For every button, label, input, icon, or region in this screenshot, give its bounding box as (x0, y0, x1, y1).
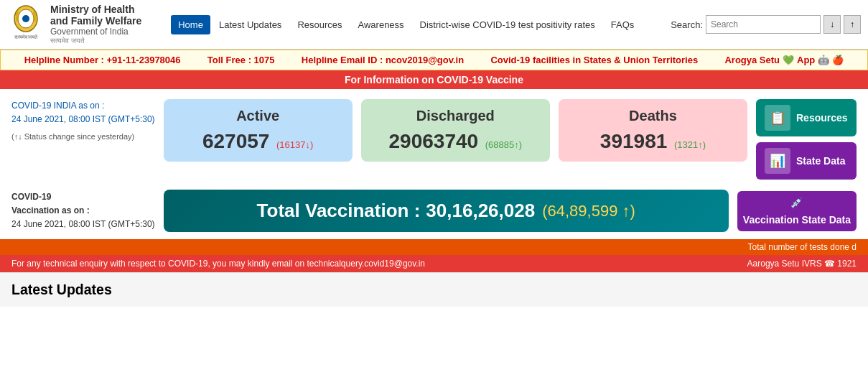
android-icon: 🤖 (818, 55, 829, 65)
search-down-button[interactable]: ↓ (823, 15, 841, 34)
vaccine-banner-text: For Information on COVID-19 Vaccine (345, 74, 523, 85)
right-buttons: 📋 Resources 📊 State Data (756, 99, 857, 180)
nav-resources[interactable]: Resources (290, 15, 349, 34)
svg-rect-5 (33, 11, 36, 22)
vacc-state-label: Vaccination State Data (743, 214, 851, 226)
stats-cards: Active 627057 (16137↓) Discharged 290637… (164, 99, 747, 162)
header-left: सत्यमेव जयते Ministry of Health and Fami… (7, 3, 141, 46)
state-data-icon: 📊 (765, 148, 790, 174)
vacc-number: 30,16,26,028 (426, 200, 535, 222)
svg-point-2 (22, 15, 29, 22)
discharged-change: (68885↑) (485, 139, 522, 150)
email-info: Helpline Email ID : ncov2019@gov.in (302, 55, 464, 65)
arogya-label: Arogya Setu (724, 55, 780, 65)
main-nav: Home Latest Updates Resources Awareness … (171, 15, 641, 34)
deaths-card: Deaths 391981 (1321↑) (559, 99, 747, 162)
heart-icon: 💚 (783, 55, 794, 65)
nav-latest-updates[interactable]: Latest Updates (212, 15, 289, 34)
tech-bar: For any technical enquiry with respect t… (0, 255, 868, 272)
vaccination-state-data-button[interactable]: 💉 Vaccination State Data (737, 191, 857, 231)
title-line3: Government of India (50, 27, 141, 37)
toll-free-info: Toll Free : 1075 (207, 55, 275, 65)
search-input[interactable] (706, 15, 821, 34)
active-card: Active 627057 (16137↓) (164, 99, 353, 162)
nav-home[interactable]: Home (171, 15, 210, 34)
vacc-section-inner: COVID-19Vaccination as on : 24 June 2021… (11, 190, 857, 232)
covid-date-label: COVID-19 INDIA as on : (11, 99, 155, 113)
title-line1: Ministry of Health (50, 4, 141, 15)
tagline: सत्यमेव जयते (50, 37, 141, 45)
search-area: Search: ↓ ↑ (671, 15, 861, 34)
vacc-date-info: COVID-19Vaccination as on : 24 June 2021… (11, 190, 155, 232)
facilities-info: Covid-19 facilities in States & Union Te… (490, 55, 698, 65)
discharged-title: Discharged (373, 108, 538, 124)
header-title: Ministry of Health and Family Welfare Go… (50, 4, 141, 45)
covid-vaccine-banner: For Information on COVID-19 Vaccine (0, 70, 868, 89)
tests-done-bar: Total number of tests done d (0, 239, 868, 255)
svg-text:सत्यमेव जयते: सत्यमेव जयते (14, 34, 39, 40)
search-label: Search: (671, 19, 703, 30)
covid-date: 24 June 2021, 08:00 IST (GMT+5:30) (11, 113, 155, 126)
resources-label: Resources (796, 112, 848, 124)
date-info: COVID-19 INDIA as on : 24 June 2021, 08:… (11, 99, 155, 144)
vacc-date-label: COVID-19Vaccination as on : (11, 192, 90, 215)
discharged-number-row: 29063740 (68885↑) (373, 130, 538, 153)
search-up-button[interactable]: ↑ (844, 15, 861, 34)
vaccination-box: Total Vaccination : 30,16,26,028 (64,89,… (164, 190, 729, 232)
resources-icon: 📋 (765, 105, 790, 131)
toll-free-number: 1075 (254, 55, 275, 65)
state-data-label: State Data (796, 155, 845, 167)
discharged-number: 29063740 (389, 130, 479, 152)
vacc-label: Total Vaccination : (257, 200, 421, 222)
nav-awareness[interactable]: Awareness (351, 15, 411, 34)
discharged-card: Discharged 29063740 (68885↑) (361, 99, 550, 162)
tech-bar-left: For any technical enquiry with respect t… (11, 259, 425, 269)
email-link[interactable]: ncov2019@gov.in (386, 55, 464, 65)
main-section: COVID-19 INDIA as on : 24 June 2021, 08:… (0, 89, 868, 190)
vacc-change: (64,89,599 ↑) (542, 202, 635, 220)
vacc-date: 24 June 2021, 08:00 IST (GMT+5:30) (11, 219, 155, 229)
vacc-state-icon: 💉 (790, 197, 803, 208)
active-title: Active (175, 108, 341, 124)
facilities-label: Covid-19 facilities in States & Union Te… (490, 55, 698, 65)
apple-icon: 🍎 (832, 55, 844, 65)
arogya-row: Arogya Setu 💚 App 🤖 🍎 (724, 55, 844, 65)
state-data-button[interactable]: 📊 State Data (756, 142, 857, 180)
info-bar: Helpline Number : +91-11-23978046 Toll F… (0, 50, 868, 70)
deaths-change: (1321↑) (674, 139, 706, 150)
deaths-title: Deaths (570, 108, 736, 124)
active-number: 627057 (202, 130, 269, 152)
header: सत्यमेव जयते Ministry of Health and Fami… (0, 0, 868, 50)
latest-updates-section: Latest Updates (0, 272, 868, 307)
vaccination-section: COVID-19Vaccination as on : 24 June 2021… (11, 190, 857, 232)
resources-button[interactable]: 📋 Resources (756, 99, 857, 136)
deaths-number: 391981 (600, 130, 667, 152)
latest-updates-title: Latest Updates (11, 282, 857, 298)
email-label: Helpline Email ID : (302, 55, 383, 65)
tests-done-text: Total number of tests done d (748, 242, 857, 252)
nav-faqs[interactable]: FAQs (604, 15, 642, 34)
status-note: (↑↓ Status change since yesterday) (11, 131, 155, 144)
helpline-number: +91-11-23978046 (107, 55, 181, 65)
active-number-row: 627057 (16137↓) (175, 130, 341, 153)
aarogya-ivrs: Aarogya Setu IVRS ☎ 1921 (747, 259, 857, 269)
emblem-icon: सत्यमेव जयते (7, 3, 45, 46)
toll-free-label: Toll Free : (207, 55, 251, 65)
title-line2: and Family Welfare (50, 15, 141, 27)
svg-rect-4 (16, 11, 19, 22)
arogya-app-label: App (797, 55, 815, 65)
deaths-number-row: 391981 (1321↑) (570, 130, 736, 153)
helpline-label: Helpline Number : (24, 55, 104, 65)
helpline-info: Helpline Number : +91-11-23978046 (24, 55, 181, 65)
nav-district-wise[interactable]: District-wise COVID-19 test positivity r… (413, 15, 602, 34)
active-change: (16137↓) (276, 139, 313, 150)
vacc-right-btn-area: 💉 Vaccination State Data (737, 191, 857, 231)
